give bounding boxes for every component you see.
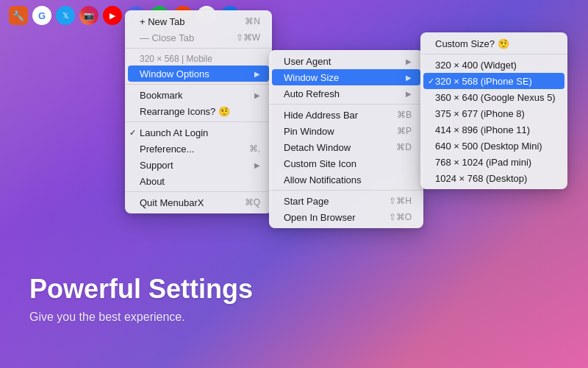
preference-item[interactable]: Preference... ⌘, <box>125 141 272 157</box>
rearrange-label: Rearrange Icons? 🤨 <box>140 106 230 117</box>
instagram-icon[interactable]: 📷 <box>79 6 98 25</box>
primary-menu: + New Tab ⌘N — Close Tab ⇧⌘W 320 × 568 |… <box>125 10 272 213</box>
size-1024x768-label: 1024 × 768 (Desktop) <box>435 173 527 184</box>
pin-window-shortcut: ⌘P <box>397 126 412 136</box>
size-414x896-item[interactable]: 414 × 896 (iPhone 11) <box>420 121 567 138</box>
wrench-icon[interactable]: 🔧 <box>9 6 28 25</box>
close-tab-shortcut: ⇧⌘W <box>236 32 260 43</box>
sub1-sep2 <box>269 190 423 191</box>
size-320x568-check: ✓ <box>428 77 434 86</box>
launch-label: Launch At Login <box>140 127 208 138</box>
preference-shortcut: ⌘, <box>249 144 260 154</box>
size-360x640-item[interactable]: 360 × 640 (Google Nexus 5) <box>420 89 567 105</box>
bookmark-item[interactable]: Bookmark ▶ <box>125 87 272 103</box>
start-page-item[interactable]: Start Page ⇧⌘H <box>269 193 423 209</box>
custom-size-item[interactable]: Custom Size? 🤨 <box>420 35 567 52</box>
bookmark-label: Bookmark <box>140 90 183 101</box>
custom-icon-item[interactable]: Custom Site Icon <box>269 155 423 171</box>
sub2-sep1 <box>420 54 567 54</box>
page-title: Powerful Settings <box>29 274 253 305</box>
size-label: 320 × 568 | Mobile <box>125 51 272 66</box>
window-size-arrow: ▶ <box>406 74 412 82</box>
window-options-arrow: ▶ <box>254 70 260 78</box>
size-768x1024-item[interactable]: 768 × 1024 (iPad mini) <box>420 154 567 170</box>
window-size-item[interactable]: Window Size ▶ <box>272 69 420 85</box>
open-browser-item[interactable]: Open In Browser ⇧⌘O <box>269 209 423 225</box>
launch-check: ✓ <box>129 128 136 138</box>
auto-refresh-arrow: ▶ <box>406 90 412 98</box>
size-320x400-item[interactable]: 320 × 400 (Widget) <box>420 57 567 73</box>
custom-icon-label: Custom Site Icon <box>284 158 356 169</box>
support-label: Support <box>140 160 173 171</box>
toolbar: 🔧 G 𝕏 📷 ▶ ◉ ♫ S N f <box>0 6 588 25</box>
detach-window-shortcut: ⌘D <box>396 142 412 152</box>
about-label: About <box>140 176 165 187</box>
user-agent-label: User Agent <box>284 56 331 67</box>
size-1024x768-item[interactable]: 1024 × 768 (Desktop) <box>420 170 567 186</box>
hide-address-item[interactable]: Hide Address Bar ⌘B <box>269 107 423 123</box>
quit-label: Quit MenubarX <box>140 197 204 208</box>
hide-address-shortcut: ⌘B <box>397 110 412 120</box>
size-768x1024-label: 768 × 1024 (iPad mini) <box>435 157 531 168</box>
bottom-section: Powerful Settings Give you the best expe… <box>29 274 253 324</box>
allow-notif-item[interactable]: Allow Notifications <box>269 171 423 188</box>
separator-2 <box>125 84 272 85</box>
size-640x500-item[interactable]: 640 × 500 (Desktop Mini) <box>420 138 567 154</box>
sub1-sep1 <box>269 104 423 105</box>
rearrange-item[interactable]: Rearrange Icons? 🤨 <box>125 103 272 119</box>
size-640x500-label: 640 × 500 (Desktop Mini) <box>435 141 542 152</box>
start-page-shortcut: ⇧⌘H <box>389 196 412 206</box>
twitter-icon[interactable]: 𝕏 <box>56 6 75 25</box>
open-browser-label: Open In Browser <box>284 212 356 223</box>
about-item[interactable]: About <box>125 173 272 189</box>
new-tab-item[interactable]: + New Tab ⌘N <box>125 13 272 29</box>
size-375x677-label: 375 × 677 (iPhone 8) <box>435 108 525 119</box>
new-tab-label: + New Tab <box>140 16 185 27</box>
allow-notif-label: Allow Notifications <box>284 174 362 185</box>
size-320x400-label: 320 × 400 (Widget) <box>435 60 517 71</box>
size-414x896-label: 414 × 896 (iPhone 11) <box>435 124 530 135</box>
window-size-label: Window Size <box>284 72 339 83</box>
window-options-submenu: User Agent ▶ Window Size ▶ Auto Refresh … <box>269 50 423 228</box>
launch-item[interactable]: ✓ Launch At Login <box>125 124 272 141</box>
pin-window-label: Pin Window <box>284 126 334 137</box>
user-agent-item[interactable]: User Agent ▶ <box>269 53 423 69</box>
separator-4 <box>125 191 272 192</box>
detach-window-label: Detach Window <box>284 142 351 153</box>
youtube-icon[interactable]: ▶ <box>103 6 122 25</box>
user-agent-arrow: ▶ <box>406 57 412 66</box>
close-tab-item[interactable]: — Close Tab ⇧⌘W <box>125 29 272 46</box>
custom-size-label: Custom Size? 🤨 <box>435 38 509 49</box>
size-360x640-label: 360 × 640 (Google Nexus 5) <box>435 92 556 103</box>
start-page-label: Start Page <box>284 196 329 207</box>
pin-window-item[interactable]: Pin Window ⌘P <box>269 123 423 139</box>
support-arrow: ▶ <box>254 161 260 169</box>
page-subtitle: Give you the best experience. <box>29 311 253 324</box>
size-320x568-item[interactable]: ✓ 320 × 568 (iPhone SE) <box>423 73 564 89</box>
size-320x568-label: 320 × 568 (iPhone SE) <box>435 76 532 87</box>
auto-refresh-item[interactable]: Auto Refresh ▶ <box>269 85 423 102</box>
window-options-item[interactable]: Window Options ▶ <box>128 66 269 82</box>
close-tab-label: — Close Tab <box>140 32 194 43</box>
preference-label: Preference... <box>140 144 194 155</box>
hide-address-label: Hide Address Bar <box>284 110 358 121</box>
support-item[interactable]: Support ▶ <box>125 157 272 173</box>
quit-item[interactable]: Quit MenubarX ⌘Q <box>125 194 272 210</box>
quit-shortcut: ⌘Q <box>245 197 260 208</box>
window-options-label: Window Options <box>140 68 209 79</box>
google-icon[interactable]: G <box>32 6 51 25</box>
menus-wrapper: + New Tab ⌘N — Close Tab ⇧⌘W 320 × 568 |… <box>125 10 272 213</box>
open-browser-shortcut: ⇧⌘O <box>389 212 412 222</box>
detach-window-item[interactable]: Detach Window ⌘D <box>269 139 423 155</box>
new-tab-shortcut: ⌘N <box>245 16 260 26</box>
auto-refresh-label: Auto Refresh <box>284 88 340 99</box>
window-size-submenu: Custom Size? 🤨 320 × 400 (Widget) ✓ 320 … <box>420 32 567 189</box>
size-375x677-item[interactable]: 375 × 677 (iPhone 8) <box>420 105 567 121</box>
bookmark-arrow: ▶ <box>254 91 260 99</box>
separator-3 <box>125 121 272 122</box>
separator-1 <box>125 48 272 49</box>
